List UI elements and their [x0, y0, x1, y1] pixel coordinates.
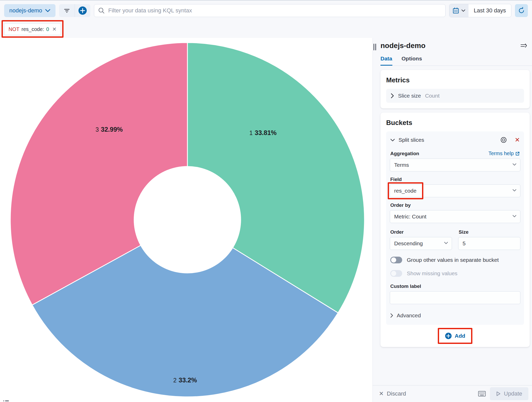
collapse-sidebar-button[interactable]: [520, 43, 527, 49]
remove-filter-icon[interactable]: ✕: [52, 26, 57, 32]
filter-controls: [59, 4, 90, 17]
query-toolbar: nodejs-demo: [0, 1, 532, 17]
date-picker: Last 30 days: [449, 4, 511, 17]
metrics-heading: Metrics: [386, 76, 524, 84]
data-view-picker[interactable]: nodejs-demo: [4, 4, 55, 17]
order-by-select[interactable]: Metric: Count: [390, 210, 520, 223]
eye-icon: [500, 137, 507, 143]
field-value: res_code: [394, 188, 416, 194]
filter-negate-label: NOT: [9, 26, 19, 32]
show-missing-label: Show missing values: [407, 270, 457, 277]
filter-field-label: res_code:: [21, 26, 44, 32]
time-range-label[interactable]: Last 30 days: [469, 7, 511, 14]
data-view-label: nodejs-demo: [9, 7, 42, 14]
toggle-visibility-button[interactable]: [500, 137, 507, 143]
buckets-heading: Buckets: [386, 119, 524, 127]
remove-bucket-icon[interactable]: ✕: [515, 137, 520, 143]
keyboard-icon: [478, 391, 486, 397]
chevron-down-icon[interactable]: [390, 139, 395, 141]
metric-slice-size-row[interactable]: Slice size Count: [386, 89, 524, 103]
pie-slice-label-1: 133.81%: [249, 129, 277, 136]
filter-icon: [64, 8, 70, 13]
chart-panel: 133.81%233.2%332.99%: [0, 38, 372, 402]
add-bucket-label: Add: [455, 333, 465, 339]
close-icon: ✕: [379, 390, 384, 397]
chevron-down-icon: [512, 189, 517, 192]
resize-handle[interactable]: [374, 44, 376, 50]
refresh-icon: [518, 7, 525, 14]
metrics-card: Metrics Slice size Count: [380, 70, 530, 108]
play-icon: [496, 391, 501, 396]
header-bar: nodejs-demo: [0, 0, 532, 38]
tab-data[interactable]: Data: [380, 56, 392, 66]
split-slices-accordion: Split slices ✕: [390, 136, 520, 145]
size-input[interactable]: [458, 237, 520, 250]
aggregation-value: Terms: [394, 162, 409, 168]
size-label: Size: [459, 229, 469, 235]
filter-pill[interactable]: NOT res_code: 0 ✕: [4, 23, 61, 35]
group-other-toggle[interactable]: [390, 257, 402, 263]
plus-circle-icon: [445, 333, 452, 339]
metric-row-label: Slice size: [398, 93, 421, 99]
add-bucket-button[interactable]: Add: [441, 330, 469, 341]
group-other-label: Group other values in separate bucket: [407, 257, 499, 263]
discard-label: Discard: [387, 390, 406, 397]
tab-options[interactable]: Options: [402, 56, 422, 66]
date-quick-select[interactable]: [449, 4, 469, 17]
list-icon: [3, 400, 9, 402]
chevron-right-icon: [391, 93, 394, 98]
filter-value-label: 0: [46, 26, 49, 32]
search-icon: [98, 7, 105, 14]
split-slices-panel: Split slices ✕ Aggregation Terms help: [386, 131, 524, 325]
terms-help-link[interactable]: Terms help: [488, 151, 520, 156]
field-label: Field: [390, 177, 402, 182]
chevron-right-icon: [390, 313, 393, 318]
metric-row-value: Count: [425, 93, 440, 99]
pie-slice-label-3: 332.99%: [96, 125, 123, 133]
kql-search: [94, 4, 446, 17]
update-label: Update: [504, 390, 522, 397]
group-other-toggle-row: Group other values in separate bucket: [390, 257, 520, 263]
order-value: Descending: [394, 240, 423, 247]
aggregation-label: Aggregation: [390, 151, 419, 156]
advanced-label: Advanced: [397, 312, 421, 319]
filter-options-button[interactable]: [59, 4, 75, 17]
order-label: Order: [390, 229, 404, 235]
pie-chart: [0, 38, 372, 402]
split-slices-label[interactable]: Split slices: [399, 137, 424, 143]
sidebar-title: nodejs-demo: [380, 42, 425, 50]
order-by-label: Order by: [390, 202, 411, 208]
chevron-down-icon: [45, 9, 50, 12]
buckets-card: Buckets Split slices ✕ Aggregation: [380, 113, 530, 347]
show-missing-toggle-row: Show missing values: [390, 270, 520, 277]
refresh-button[interactable]: [515, 4, 528, 17]
show-missing-toggle[interactable]: [390, 270, 402, 277]
custom-label-label: Custom label: [390, 283, 421, 289]
visualize-editor: nodejs-demo: [0, 0, 532, 402]
kql-search-input[interactable]: [94, 4, 446, 17]
update-button[interactable]: Update: [490, 387, 528, 400]
calendar-icon: [452, 7, 459, 14]
chevron-down-icon: [444, 242, 448, 244]
pie-slice-label-2: 233.2%: [173, 376, 197, 384]
chevron-down-icon: [512, 163, 517, 166]
advanced-accordion[interactable]: Advanced: [390, 312, 520, 319]
chevron-down-icon: [512, 215, 517, 217]
order-select[interactable]: Descending: [390, 237, 452, 250]
keyboard-shortcut-button[interactable]: [478, 391, 486, 397]
sidebar-footer: ✕ Discard Update: [373, 385, 532, 402]
tabs-divider: [380, 66, 532, 66]
custom-label-input[interactable]: [390, 291, 520, 304]
donut-hole: [134, 166, 241, 273]
plus-circle-icon: [78, 6, 87, 15]
sidebar-tabs: Data Options: [380, 56, 530, 66]
filter-bar: NOT res_code: 0 ✕: [4, 23, 61, 35]
add-filter-button[interactable]: [75, 4, 90, 17]
discard-button[interactable]: ✕ Discard: [379, 390, 406, 397]
editor-sidebar: nodejs-demo Data Options Metrics Slice s…: [372, 38, 532, 402]
field-select[interactable]: res_code: [390, 184, 520, 197]
order-by-value: Metric: Count: [394, 214, 426, 220]
aggregation-select[interactable]: Terms: [390, 159, 520, 171]
external-link-icon: [515, 151, 520, 156]
menu-right-icon: [520, 43, 527, 49]
